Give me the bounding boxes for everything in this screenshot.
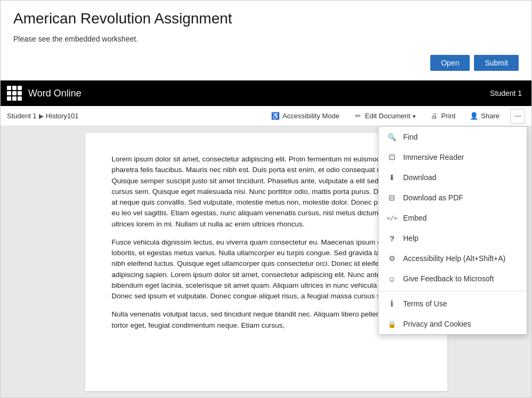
menu-privacy[interactable]: Privacy and Cookies	[379, 314, 527, 334]
student-name-label: Student 1	[490, 89, 522, 98]
menu-embed[interactable]: Embed	[379, 208, 527, 228]
submit-button[interactable]: Submit	[474, 55, 519, 71]
menu-feedback[interactable]: Give Feedback to Microsoft	[379, 269, 527, 289]
doc-paragraph-2: Fusce vehicula dignissim lectus, eu vive…	[112, 237, 421, 302]
print-label: Print	[441, 112, 456, 120]
waffle-dot	[18, 96, 22, 101]
chevron-down-icon	[413, 112, 416, 120]
print-icon	[430, 111, 439, 121]
word-online-logo: Word Online	[28, 88, 490, 99]
feedback-icon	[387, 274, 397, 283]
privacy-icon	[387, 319, 397, 329]
waffle-dot	[7, 91, 11, 95]
download-pdf-icon	[387, 193, 397, 202]
doc-paragraph-3: Nulla venenatis volutpat lacus, sed tinc…	[112, 309, 421, 331]
more-options-dropdown: Find Immersive Reader Download Download …	[378, 126, 527, 335]
content-area: American Revolution Assignment Please se…	[1, 1, 531, 80]
menu-download-pdf[interactable]: Download as PDF	[379, 188, 527, 208]
download-label: Download	[403, 173, 436, 182]
doc-subtitle: Please see the embedded worksheet.	[13, 35, 519, 43]
breadcrumb-arrow-icon: ▶	[39, 112, 44, 120]
accessibility-help-label: Accessibility Help (Alt+Shift+A)	[403, 254, 505, 263]
menu-help[interactable]: Help	[379, 228, 527, 248]
feedback-label: Give Feedback to Microsoft	[403, 274, 494, 283]
word-header-bar: Word Online Student 1	[1, 80, 531, 106]
waffle-dot	[7, 96, 11, 101]
accessibility-icon	[271, 111, 280, 121]
toolbar-bar: Student 1 ▶ History101 Accessibility Mod…	[1, 106, 531, 126]
help-label: Help	[403, 234, 419, 242]
accessibility-mode-button[interactable]: Accessibility Mode	[267, 109, 342, 123]
menu-accessibility-help[interactable]: Accessibility Help (Alt+Shift+A)	[379, 248, 527, 269]
accessibility-help-icon	[387, 254, 397, 263]
terms-icon	[387, 299, 397, 308]
waffle-dot	[12, 96, 17, 101]
menu-immersive-reader[interactable]: Immersive Reader	[379, 147, 527, 167]
breadcrumb-user: Student 1	[7, 112, 37, 120]
open-button[interactable]: Open	[430, 55, 470, 71]
waffle-menu-icon[interactable]	[5, 84, 24, 103]
terms-label: Terms of Use	[403, 299, 447, 308]
waffle-dot	[7, 86, 11, 90]
print-button[interactable]: Print	[427, 109, 459, 123]
privacy-label: Privacy and Cookies	[403, 320, 471, 328]
menu-find[interactable]: Find	[379, 127, 527, 147]
immersive-reader-label: Immersive Reader	[403, 153, 464, 161]
main-container: American Revolution Assignment Please se…	[0, 0, 532, 398]
menu-terms[interactable]: Terms of Use	[379, 294, 527, 314]
menu-separator	[379, 291, 527, 291]
help-icon	[387, 233, 397, 243]
share-label: Share	[481, 112, 500, 120]
accessibility-mode-label: Accessibility Mode	[282, 112, 339, 120]
more-options-button[interactable]	[510, 109, 525, 124]
waffle-dot	[12, 91, 17, 95]
toolbar-actions: Accessibility Mode Edit Document Print S…	[267, 109, 525, 124]
waffle-dot	[18, 91, 22, 95]
download-pdf-label: Download as PDF	[403, 193, 463, 202]
doc-paragraph-1: Lorem ipsum dolor sit amet, consectetur …	[112, 154, 421, 230]
edit-document-button[interactable]: Edit Document	[350, 109, 419, 123]
find-label: Find	[403, 133, 418, 141]
more-options-icon	[514, 110, 521, 121]
waffle-dot	[18, 86, 22, 90]
action-buttons: Open Submit	[13, 51, 519, 75]
embed-label: Embed	[403, 214, 427, 222]
menu-download[interactable]: Download	[379, 167, 527, 188]
edit-document-label: Edit Document	[365, 112, 410, 120]
waffle-dot	[12, 86, 17, 90]
search-icon	[387, 132, 397, 142]
page-title: American Revolution Assignment	[13, 10, 519, 27]
share-button[interactable]: Share	[466, 109, 503, 123]
breadcrumb: Student 1 ▶ History101	[7, 112, 267, 120]
download-icon	[387, 173, 397, 182]
share-icon	[469, 111, 479, 121]
breadcrumb-course: History101	[46, 112, 79, 120]
immersive-reader-icon	[387, 152, 397, 162]
embed-icon	[387, 213, 397, 223]
edit-icon	[353, 111, 363, 121]
